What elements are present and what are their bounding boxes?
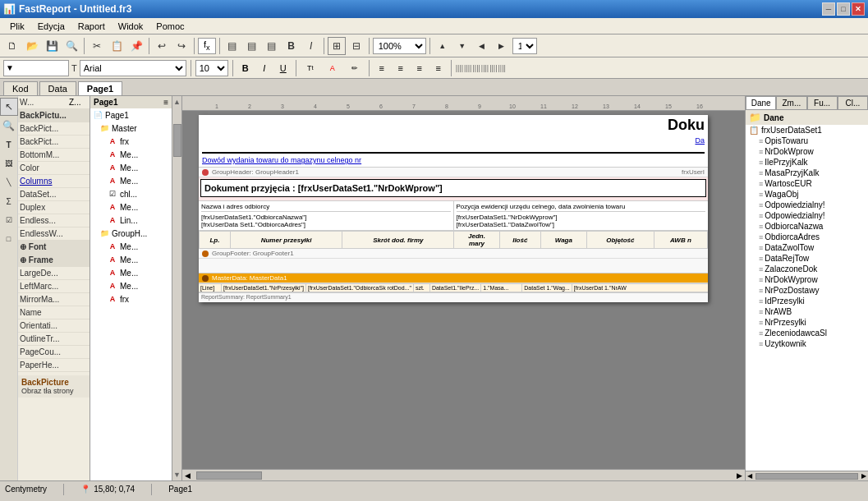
cursor-tool[interactable]: ↖: [0, 98, 18, 116]
check-tool[interactable]: ☑: [0, 211, 18, 229]
vertical-scroll[interactable]: ▲ ▼: [172, 96, 182, 480]
horizontal-scrollbar[interactable]: ◀ ▶: [182, 469, 745, 480]
menu-plik[interactable]: Plik: [3, 20, 31, 33]
tab-kod[interactable]: Kod: [3, 81, 38, 95]
field-ilePrzyjKalk[interactable]: ≡ IlePrzyjKalk: [746, 157, 868, 168]
number-select[interactable]: 1: [512, 38, 537, 54]
bold-icon[interactable]: B: [282, 37, 301, 55]
shape-tool[interactable]: □: [0, 230, 18, 248]
new-button[interactable]: 🗋: [3, 37, 21, 55]
tab-fu[interactable]: Fu...: [807, 96, 838, 109]
line-tool[interactable]: ╲: [0, 173, 18, 191]
align-right-button[interactable]: ≡: [411, 60, 428, 76]
menu-pomoc[interactable]: Pomoc: [149, 20, 191, 33]
tree-item-lin[interactable]: A Lin...: [90, 214, 172, 227]
right-scroll-left[interactable]: ◀: [746, 472, 754, 480]
cut-button[interactable]: ✂: [88, 37, 106, 55]
tool4[interactable]: ▶: [493, 37, 511, 55]
tree-item-me2[interactable]: A Me...: [90, 161, 172, 174]
field-nrDokWyprow[interactable]: ≡ NrDokWyprow: [746, 274, 868, 285]
tree-item-master[interactable]: 📁 Master: [90, 122, 172, 135]
text-tool[interactable]: T: [0, 136, 18, 154]
style-dropdown[interactable]: ▼: [3, 60, 69, 76]
tab-zm[interactable]: Zm...: [776, 96, 806, 109]
highlight-button[interactable]: ✏: [345, 60, 365, 76]
field-nrDokWprow[interactable]: ≡ NrDokWprow: [746, 146, 868, 157]
close-button[interactable]: ✕: [852, 2, 865, 16]
italic-icon[interactable]: I: [302, 37, 320, 55]
align-center[interactable]: ▤: [243, 37, 261, 55]
tab-dane[interactable]: Dane: [746, 96, 776, 109]
tree-item-me6[interactable]: A Me...: [90, 253, 172, 266]
tab-page1[interactable]: Page1: [78, 81, 122, 95]
minimize-button[interactable]: ─: [822, 2, 835, 16]
field-odbiorcaNazwa[interactable]: ≡ OdbiorcaNazwa: [746, 221, 868, 232]
h-scroll-left[interactable]: ◀: [182, 471, 193, 480]
paste-button[interactable]: 📌: [127, 37, 145, 55]
field-zleceniodawca[interactable]: ≡ ZleceniodawcaSl: [746, 328, 868, 338]
menu-widok[interactable]: Widok: [112, 20, 150, 33]
formula-button[interactable]: fx: [198, 38, 216, 54]
h-scroll-thumb[interactable]: [196, 471, 262, 480]
italic-button[interactable]: I: [256, 60, 273, 76]
tab-data[interactable]: Data: [39, 81, 76, 95]
grid-button[interactable]: ⊞: [328, 37, 346, 55]
field-idPrzesylki[interactable]: ≡ IdPrzesylki: [746, 296, 868, 306]
print-preview-button[interactable]: 🔍: [62, 37, 80, 55]
field-dataRejTow[interactable]: ≡ DataRejTow: [746, 253, 868, 264]
menu-raport[interactable]: Raport: [71, 20, 112, 33]
tree-item-frx2[interactable]: A frx: [90, 292, 172, 306]
align-left[interactable]: ▤: [223, 37, 241, 55]
justify-button[interactable]: ≡: [430, 60, 447, 76]
tree-item-me5[interactable]: A Me...: [90, 240, 172, 253]
field-odbiorcaAdres[interactable]: ≡ ObdiorcaAdres: [746, 232, 868, 242]
tree-item-grouph[interactable]: 📁 GroupH...: [90, 227, 172, 240]
maximize-button[interactable]: □: [837, 2, 850, 16]
dataset-node[interactable]: 📋 frxUserDataSet1: [746, 125, 868, 136]
right-scroll-thumb[interactable]: [755, 473, 858, 480]
copy-button[interactable]: 📋: [108, 37, 126, 55]
field-wagaObj[interactable]: ≡ WagaObj: [746, 189, 868, 200]
field-nrPozDostawy[interactable]: ≡ NrPozDostawy: [746, 285, 868, 296]
bold-button[interactable]: B: [237, 60, 254, 76]
tree-item-frx1[interactable]: A frx: [90, 135, 172, 148]
h-scroll-right[interactable]: ▶: [734, 471, 745, 480]
tab-cl[interactable]: Cl...: [838, 96, 868, 109]
tool2[interactable]: ▼: [453, 37, 471, 55]
align-right[interactable]: ▤: [263, 37, 281, 55]
field-zalaczoneDok[interactable]: ≡ ZalaczoneDok: [746, 264, 868, 274]
field-odpow1[interactable]: ≡ Odpowiedzialny!: [746, 200, 868, 210]
tree-item-me1[interactable]: A Me...: [90, 148, 172, 161]
open-button[interactable]: 📂: [23, 37, 41, 55]
field-nrAWB[interactable]: ≡ NrAWB: [746, 306, 868, 317]
grid2-button[interactable]: ⊟: [347, 37, 365, 55]
magnify-tool[interactable]: 🔍: [0, 117, 18, 135]
align-center-button[interactable]: ≡: [393, 60, 409, 76]
tree-item-page1[interactable]: 📄 Page1: [90, 108, 172, 122]
color-button[interactable]: A: [323, 60, 342, 76]
font-size-select[interactable]: 10 8 12: [195, 60, 228, 76]
v-scroll-thumb[interactable]: [173, 124, 181, 157]
right-panel-scroll[interactable]: ◀ ▶: [746, 471, 868, 480]
tree-menu-icon[interactable]: ≡: [163, 98, 168, 107]
tree-item-me3[interactable]: A Me...: [90, 174, 172, 187]
align-left-button[interactable]: ≡: [374, 60, 390, 76]
underline-button[interactable]: U: [275, 60, 292, 76]
field-wartoscEUR[interactable]: ≡ WartoscEUR: [746, 178, 868, 189]
tree-item-me4[interactable]: A Me...: [90, 200, 172, 214]
field-masaPrzyjKalk[interactable]: ≡ MasaPrzyjKalk: [746, 168, 868, 178]
tree-item-me7[interactable]: A Me...: [90, 266, 172, 279]
field-uzytkownik[interactable]: ≡ Uzytkownik: [746, 338, 868, 349]
redo-button[interactable]: ↪: [172, 37, 191, 55]
text-scale-button[interactable]: Tt: [301, 60, 320, 76]
save-button[interactable]: 💾: [43, 37, 61, 55]
zoom-select[interactable]: 100% 75% 150%: [373, 38, 426, 54]
field-dataZwolTow[interactable]: ≡ DataZwolTow: [746, 242, 868, 253]
image-tool[interactable]: 🖼: [0, 154, 18, 172]
field-nrPrzesylki[interactable]: ≡ NrPrzesylki: [746, 317, 868, 328]
tool1[interactable]: ▲: [434, 37, 452, 55]
menu-edycja[interactable]: Edycja: [31, 20, 71, 33]
field-odpow2[interactable]: ≡ Odpowiedzialny!: [746, 210, 868, 221]
right-scroll-right[interactable]: ▶: [860, 472, 868, 480]
sum-tool[interactable]: Σ: [0, 192, 18, 210]
